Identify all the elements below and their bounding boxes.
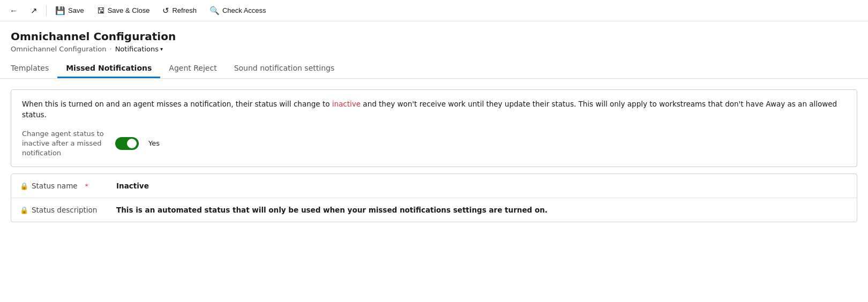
back-button[interactable]: ←	[4, 4, 23, 17]
status-table: 🔒 Status name * Inactive 🔒 Status descri…	[11, 173, 857, 222]
required-star: *	[85, 182, 89, 190]
toggle-label: Change agent status to inactive after a …	[22, 129, 108, 158]
page-title: Omnichannel Configuration	[11, 30, 857, 43]
status-description-label: Status description	[32, 206, 97, 214]
status-description-value: This is an automated status that will on…	[116, 206, 548, 214]
info-box: When this is turned on and an agent miss…	[11, 89, 857, 167]
tab-sound-notification-settings[interactable]: Sound notification settings	[226, 59, 343, 78]
main-content: When this is turned on and an agent miss…	[0, 79, 868, 233]
refresh-button[interactable]: ↺ Refresh	[157, 4, 202, 18]
status-name-row: 🔒 Status name * Inactive	[11, 174, 857, 198]
lock-icon-desc: 🔒	[20, 206, 28, 214]
page-header: Omnichannel Configuration Omnichannel Co…	[0, 21, 868, 53]
toggle-row: Change agent status to inactive after a …	[22, 129, 846, 158]
save-label: Save	[68, 6, 84, 14]
status-name-value: Inactive	[116, 182, 149, 190]
tab-missed-notifications[interactable]: Missed Notifications	[57, 59, 160, 78]
refresh-label: Refresh	[172, 6, 197, 14]
status-name-label: Status name	[32, 182, 78, 190]
breadcrumb-parent[interactable]: Omnichannel Configuration	[11, 45, 106, 53]
toolbar: ← ↗ 💾 Save 🖫 Save & Close ↺ Refresh 🔍 Ch…	[0, 0, 868, 21]
toolbar-divider	[46, 5, 47, 16]
info-before: When this is turned on and an agent miss…	[22, 100, 332, 108]
save-close-label: Save & Close	[108, 6, 150, 14]
chevron-down-icon: ▾	[160, 46, 163, 52]
breadcrumb-current-label: Notifications	[115, 45, 159, 53]
tabs-bar: Templates Missed Notifications Agent Rej…	[0, 53, 868, 79]
breadcrumb-current: Notifications ▾	[115, 45, 163, 53]
check-access-icon: 🔍	[209, 6, 220, 16]
save-icon: 💾	[55, 6, 65, 16]
refresh-icon: ↺	[162, 6, 169, 16]
popout-icon: ↗	[31, 6, 38, 16]
tab-templates[interactable]: Templates	[11, 59, 57, 78]
check-access-label: Check Access	[222, 6, 266, 14]
save-button[interactable]: 💾 Save	[50, 4, 89, 18]
toggle-value-label: Yes	[148, 139, 160, 147]
status-description-field: 🔒 Status description	[20, 206, 116, 214]
toggle-track	[115, 137, 139, 150]
lock-icon: 🔒	[20, 182, 28, 190]
status-name-field: 🔒 Status name *	[20, 182, 116, 190]
check-access-button[interactable]: 🔍 Check Access	[204, 4, 272, 18]
info-text: When this is turned on and an agent miss…	[22, 99, 846, 120]
save-close-button[interactable]: 🖫 Save & Close	[92, 4, 155, 17]
breadcrumb-separator: ·	[109, 45, 111, 53]
status-description-row: 🔒 Status description This is an automate…	[11, 198, 857, 222]
back-icon: ←	[10, 6, 18, 15]
popout-button[interactable]: ↗	[25, 4, 43, 18]
toggle-switch[interactable]	[115, 137, 139, 150]
toggle-thumb	[127, 139, 137, 148]
info-highlight: inactive	[332, 100, 361, 108]
breadcrumb: Omnichannel Configuration · Notification…	[11, 45, 857, 53]
save-close-icon: 🖫	[97, 6, 105, 15]
tab-agent-reject[interactable]: Agent Reject	[160, 59, 225, 78]
